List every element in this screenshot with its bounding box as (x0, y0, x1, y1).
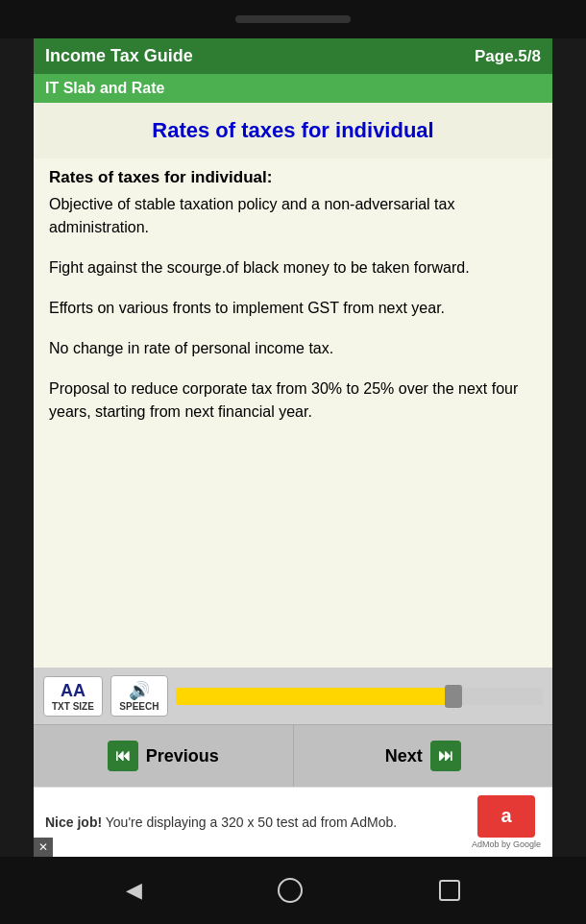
ad-close-button[interactable]: ✕ (34, 838, 53, 857)
next-icon: ⏭ (430, 741, 461, 771)
ad-by-text: AdMob by Google (472, 839, 541, 849)
home-button[interactable] (278, 878, 303, 903)
previous-button[interactable]: ⏮ Previous (34, 725, 294, 787)
toolbar: AA TXT SIZE 🔊 SPEECH (34, 668, 552, 724)
previous-label: Previous (146, 746, 219, 766)
page-info: Page.5/8 (475, 47, 541, 66)
para-5: Proposal to reduce corporate tax from 30… (49, 377, 537, 424)
para-2: Fight against the scourge.of black money… (49, 256, 537, 280)
para-3: Efforts on various fronts to implement G… (49, 297, 537, 320)
next-button[interactable]: Next ⏭ (294, 725, 553, 787)
app-header: Income Tax Guide Page.5/8 (34, 38, 552, 74)
slider-thumb[interactable] (445, 685, 462, 708)
ad-bold: Nice job! (45, 815, 102, 830)
txt-size-icon: AA (61, 681, 85, 701)
content-body: Rates of taxes for individual: Objective… (34, 158, 552, 460)
content-heading: Rates of taxes for individual: (49, 168, 537, 187)
sub-header-text: IT Slab and Rate (45, 80, 164, 96)
volume-slider-container[interactable] (176, 688, 543, 705)
phone-speaker (235, 15, 351, 23)
nav-buttons: ⏮ Previous Next ⏭ (34, 724, 552, 787)
admob-logo: a (477, 795, 535, 838)
para-1: Objective of stable taxation policy and … (49, 193, 537, 239)
speech-label: SPEECH (119, 701, 159, 712)
txt-size-label: TXT SIZE (52, 701, 94, 712)
sub-header: IT Slab and Rate (34, 74, 552, 103)
app-title: Income Tax Guide (45, 46, 193, 66)
phone-bottom-nav: ◀ (0, 857, 586, 924)
ad-text: Nice job! You're displaying a 320 x 50 t… (45, 815, 472, 830)
content-area: Rates of taxes for individual Rates of t… (34, 103, 552, 668)
content-title: Rates of taxes for individual (34, 103, 552, 158)
recents-button[interactable] (439, 880, 460, 901)
next-label: Next (385, 746, 423, 766)
speech-button[interactable]: 🔊 SPEECH (110, 675, 168, 717)
previous-icon: ⏮ (108, 741, 138, 771)
back-button[interactable]: ◀ (126, 878, 142, 903)
txt-size-button[interactable]: AA TXT SIZE (43, 676, 103, 717)
app-container: Income Tax Guide Page.5/8 IT Slab and Ra… (34, 38, 552, 857)
slider-track[interactable] (176, 688, 543, 705)
ad-banner: Nice job! You're displaying a 320 x 50 t… (34, 787, 552, 857)
ad-message: You're displaying a 320 x 50 test ad fro… (102, 815, 397, 830)
para-4: No change in rate of personal income tax… (49, 337, 537, 360)
speech-icon: 🔊 (129, 680, 150, 701)
svg-text:a: a (501, 805, 512, 826)
